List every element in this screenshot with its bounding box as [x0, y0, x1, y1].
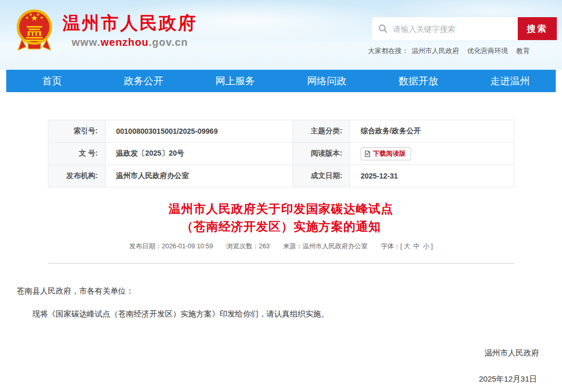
- url-prefix: www.: [72, 36, 100, 48]
- font-size-large[interactable]: 大: [404, 243, 411, 250]
- hot-search-label: 大家都在搜：: [368, 47, 408, 55]
- main-nav: 首页 政务公开 网上服务 网络问政 数据开放 走进温州: [6, 70, 556, 92]
- page-title-line1: 温州市人民政府关于印发国家碳达峰试点: [0, 200, 562, 218]
- font-size-small[interactable]: 小: [423, 243, 430, 250]
- publish-date: 发布日期：2026-01-09 10:59: [129, 243, 213, 250]
- hot-search-link-1[interactable]: 温州市人民政府: [412, 47, 459, 55]
- index-number-value: 001008003015001/2025-09969: [106, 120, 293, 143]
- font-size-label: 字体：: [381, 243, 401, 250]
- doc-number-label: 文 号:: [48, 143, 106, 165]
- nav-item-online-politics[interactable]: 网络问政: [281, 70, 373, 92]
- hot-search-link-3[interactable]: 教育: [516, 47, 530, 55]
- site-title: 温州市人民政府: [62, 14, 197, 32]
- download-reading-version-button[interactable]: 下载阅读版: [361, 147, 411, 160]
- issuing-agency-label: 发布机构:: [48, 165, 106, 187]
- search-icon: [378, 24, 388, 33]
- written-date-label: 成文日期:: [293, 165, 350, 187]
- page-title-line2: （苍南经济开发区）实施方案的通知: [0, 218, 562, 235]
- topic-category-value: 综合政务/政务公开: [350, 120, 514, 143]
- doc-info-table: 索引号: 001008003015001/2025-09969 主题分类: 综合…: [48, 120, 514, 187]
- doc-meta-row: 发布日期：2026-01-09 10:59 浏览次数：263 来源：温州市人民政…: [0, 242, 562, 251]
- index-number-label: 索引号:: [48, 120, 106, 143]
- view-count: 浏览次数：263: [226, 243, 270, 250]
- search-box[interactable]: [372, 17, 518, 40]
- source-value: 温州市人民政府办公室: [302, 243, 367, 250]
- view-count-label: 浏览次数：: [226, 243, 259, 250]
- issuing-agency-value: 温州市人民政府办公室: [106, 165, 293, 187]
- nav-item-open-data[interactable]: 数据开放: [373, 70, 464, 92]
- nav-item-home[interactable]: 首页: [6, 70, 98, 92]
- hot-search-link-2[interactable]: 优化营商环境: [467, 47, 508, 55]
- search-input[interactable]: [388, 17, 518, 40]
- source-label: 来源：: [283, 243, 303, 250]
- url-suffix: .gov.cn: [149, 36, 188, 48]
- table-row: 索引号: 001008003015001/2025-09969 主题分类: 综合…: [48, 120, 514, 143]
- table-row: 文 号: 温政发〔2025〕20号 阅读版本: 下载阅读版: [48, 143, 514, 165]
- reading-version-label: 阅读版本:: [293, 143, 350, 165]
- search-button[interactable]: 搜索: [518, 17, 557, 40]
- sign-date: 2025年12月31日: [17, 373, 543, 385]
- title-divider: [48, 263, 514, 264]
- font-size-medium[interactable]: 中: [413, 243, 420, 250]
- publish-date-value: 2026-01-09 10:59: [162, 243, 213, 250]
- font-bracket-close: ]: [431, 243, 432, 250]
- nav-item-about-wenzhou[interactable]: 走进温州: [464, 70, 556, 92]
- source: 来源：温州市人民政府办公室: [283, 243, 368, 250]
- article-body: 苍南县人民政府，市各有关单位： 现将《国家碳达峰试点（苍南经济开发区）实施方案》…: [0, 285, 562, 392]
- page-title: 温州市人民政府关于印发国家碳达峰试点 （苍南经济开发区）实施方案的通知: [0, 200, 562, 235]
- national-emblem-logo: [14, 8, 55, 54]
- nav-item-gov-info[interactable]: 政务公开: [98, 70, 189, 92]
- view-count-value: 263: [259, 243, 270, 250]
- site-url: www.wenzhou.gov.cn: [62, 36, 197, 48]
- site-header: 温州市人民政府 www.wenzhou.gov.cn 搜索 大家都在搜：温州市人…: [0, 0, 562, 70]
- table-row: 发布机构: 温州市人民政府办公室 成文日期: 2025-12-31: [48, 165, 514, 187]
- font-size-control: 字体：[大中小]: [381, 243, 433, 250]
- salutation: 苍南县人民政府，市各有关单位：: [17, 285, 543, 297]
- reading-version-cell: 下载阅读版: [350, 143, 514, 165]
- nav-item-online-services[interactable]: 网上服务: [189, 70, 281, 92]
- body-paragraph: 现将《国家碳达峰试点（苍南经济开发区）实施方案》印发给你们，请认真组织实施。: [17, 308, 543, 320]
- site-brand[interactable]: 温州市人民政府 www.wenzhou.gov.cn: [14, 8, 197, 54]
- topic-category-label: 主题分类:: [293, 120, 350, 143]
- download-reader-icon: [364, 150, 371, 157]
- publish-date-label: 发布日期：: [129, 243, 162, 250]
- download-reading-version-label: 下载阅读版: [373, 149, 406, 158]
- written-date-value: 2025-12-31: [350, 165, 514, 187]
- hot-search-row: 大家都在搜：温州市人民政府优化营商环境教育: [368, 46, 530, 56]
- doc-number-value: 温政发〔2025〕20号: [106, 143, 293, 165]
- url-main: wenzhou: [100, 36, 149, 48]
- signer: 温州市人民政府: [17, 347, 543, 359]
- search-bar: 搜索: [372, 17, 557, 40]
- font-bracket-open: [: [400, 243, 402, 250]
